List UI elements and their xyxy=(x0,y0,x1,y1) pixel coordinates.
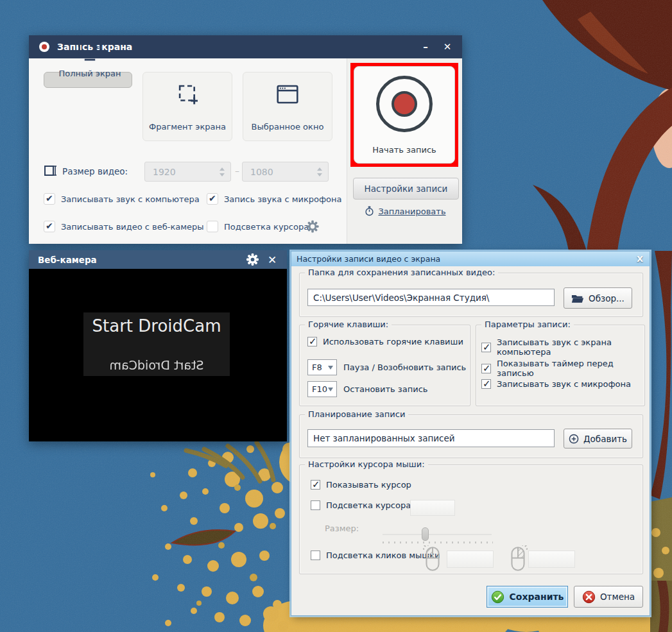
spinner-down-icon[interactable] xyxy=(317,173,322,176)
checkbox-record-mic-audio[interactable]: Запись звука с микрофона xyxy=(207,193,342,205)
cursor-highlight-color-field[interactable] xyxy=(410,500,455,516)
save-button[interactable]: Сохранить xyxy=(487,586,568,608)
schedule-group-legend: Планирование записи xyxy=(305,409,408,419)
droidcam-overlay: Start DroidCam Start DroidCam xyxy=(83,312,230,376)
video-size-label: Размер видео: xyxy=(62,166,128,176)
checkbox[interactable] xyxy=(311,480,320,490)
minimize-button[interactable]: – xyxy=(415,35,436,58)
schedule-link-label: Запланировать xyxy=(378,207,445,216)
spinner-up-icon[interactable] xyxy=(220,167,225,171)
checkbox[interactable] xyxy=(481,364,491,373)
checkbox-label: Показывать курсор xyxy=(326,480,411,490)
browse-button[interactable]: Обзор... xyxy=(564,287,632,309)
pause-hotkey-label: Пауза / Возобновить запись xyxy=(343,363,466,372)
dialog-title: Настройки записи видео с экрана xyxy=(297,254,440,264)
checkbox-label: Записывать звук с экрана компьютера xyxy=(497,337,650,357)
checkbox-label: Подсветка курсора xyxy=(224,222,309,232)
checkbox[interactable] xyxy=(44,193,55,205)
checkbox-label: Запись звука с микрофона xyxy=(224,194,342,204)
checkbox-record-webcam[interactable]: Записывать видео с веб-камеры xyxy=(44,221,204,232)
cursor-group-legend: Настройки курсора мыши: xyxy=(305,459,428,469)
close-button[interactable]: ✕ xyxy=(436,35,458,58)
record-settings-label: Настройки записи xyxy=(365,184,448,194)
checkbox-label: Подсветка курсора xyxy=(326,500,411,510)
stop-hotkey-select[interactable]: F10 xyxy=(307,381,337,397)
monitor-icon xyxy=(77,39,103,62)
checkbox[interactable] xyxy=(481,343,491,352)
video-size-icon xyxy=(44,164,56,178)
slider-ticks xyxy=(383,542,493,543)
start-record-label: Начать запись xyxy=(372,145,436,155)
add-schedule-label: Добавить xyxy=(583,434,627,444)
mouse-left-click-icon xyxy=(423,545,442,572)
pause-hotkey-select[interactable]: F8 xyxy=(307,359,337,375)
scheduled-recordings-value: Нет запланированных записей xyxy=(313,433,455,443)
hotkeys-group-legend: Горячие клавиши: xyxy=(305,320,392,329)
start-record-button[interactable]: Начать запись xyxy=(354,66,455,164)
cancel-button[interactable]: Отмена xyxy=(574,586,643,608)
checkbox-use-hotkeys[interactable]: Использовать горячие клавиши xyxy=(307,337,463,346)
webcam-window: Веб-камера ✕ Start DroidCam Start DroidC… xyxy=(29,250,287,441)
checkbox-label: Показывать таймер перед записью xyxy=(497,359,650,378)
checkbox-highlight-cursor[interactable]: Подсветка курсора xyxy=(311,500,411,510)
scheduled-recordings-field[interactable]: Нет запланированных записей xyxy=(307,429,555,447)
dropdown-arrow-icon xyxy=(328,366,333,370)
checkbox[interactable] xyxy=(307,337,317,346)
checkbox[interactable] xyxy=(481,379,491,389)
check-circle-icon xyxy=(491,590,504,604)
video-height-value: 1080 xyxy=(250,167,273,177)
cursor-size-slider[interactable] xyxy=(383,534,492,535)
dropdown-arrow-icon xyxy=(328,388,333,391)
stop-hotkey-value: F10 xyxy=(312,384,327,394)
mode-window-button[interactable]: Выбранное окно xyxy=(243,72,332,141)
stopwatch-icon xyxy=(365,206,374,216)
mode-full-screen-button[interactable]: Полный экран xyxy=(44,72,132,88)
crop-icon xyxy=(175,73,200,115)
checkbox-click-highlight[interactable]: Подсветка кликов мышки xyxy=(311,551,440,560)
dialog-close-icon[interactable]: X xyxy=(633,252,647,266)
mode-label: Фрагмент экрана xyxy=(149,122,226,132)
save-folder-path: C:\Users\User\Videos\Экранная Студия\ xyxy=(313,293,489,303)
right-click-color-field[interactable] xyxy=(528,551,575,568)
cursor-highlight-gear-icon[interactable] xyxy=(306,220,319,233)
schedule-link[interactable]: Запланировать xyxy=(353,206,458,216)
size-separator: – xyxy=(235,166,239,176)
video-width-spinner[interactable]: 1920 xyxy=(144,162,231,182)
window-icon xyxy=(275,73,300,115)
spinner-up-icon[interactable] xyxy=(317,167,322,171)
browse-label: Обзор... xyxy=(589,293,625,303)
cross-circle-icon xyxy=(582,590,596,604)
checkbox[interactable] xyxy=(44,221,55,232)
checkbox-cursor-highlight[interactable]: Подсветка курсора xyxy=(207,221,309,232)
webcam-close-icon[interactable]: ✕ xyxy=(264,250,280,269)
checkbox-show-cursor[interactable]: Показывать курсор xyxy=(311,480,411,490)
mode-label: Выбранное окно xyxy=(252,122,324,132)
checkbox-label: Записывать видео с веб-камеры xyxy=(61,222,204,232)
checkbox[interactable] xyxy=(207,193,218,205)
checkbox[interactable] xyxy=(311,551,320,560)
video-height-spinner[interactable]: 1080 xyxy=(242,162,329,182)
checkbox-record-screen-audio[interactable]: Записывать звук с экрана компьютера xyxy=(481,337,650,357)
checkbox-label: Записывать звук с компьютера xyxy=(61,194,200,204)
left-click-color-field[interactable] xyxy=(447,551,494,568)
droidcam-text-mirrored: Start DroidCam xyxy=(83,358,230,372)
checkbox[interactable] xyxy=(311,500,320,510)
pause-hotkey-value: F8 xyxy=(312,363,322,372)
cursor-size-label: Размер: xyxy=(325,524,359,533)
spinner-down-icon[interactable] xyxy=(220,173,225,176)
checkbox-show-timer[interactable]: Показывать таймер перед записью xyxy=(481,359,650,378)
cancel-label: Отмена xyxy=(600,592,635,602)
mode-fragment-button[interactable]: Фрагмент экрана xyxy=(142,72,232,141)
checkbox[interactable] xyxy=(207,221,218,232)
slider-thumb[interactable] xyxy=(422,527,429,541)
stop-hotkey-label: Остановить запись xyxy=(343,384,428,394)
screen-record-window: Запись экрана – ✕ Полный экран Фрагмент … xyxy=(29,35,462,244)
checkbox-record-system-audio[interactable]: Записывать звук с компьютера xyxy=(44,193,200,205)
dialog-titlebar[interactable]: Настройки записи видео с экрана xyxy=(291,252,650,266)
save-folder-input[interactable]: C:\Users\User\Videos\Экранная Студия\ xyxy=(307,289,555,306)
record-settings-button[interactable]: Настройки записи xyxy=(353,178,459,200)
webcam-settings-gear-icon[interactable] xyxy=(246,253,259,266)
checkbox-record-mic[interactable]: Записывать звук с микрофона xyxy=(481,379,631,389)
add-schedule-button[interactable]: Добавить xyxy=(564,429,632,448)
droidcam-text: Start DroidCam xyxy=(83,316,230,336)
